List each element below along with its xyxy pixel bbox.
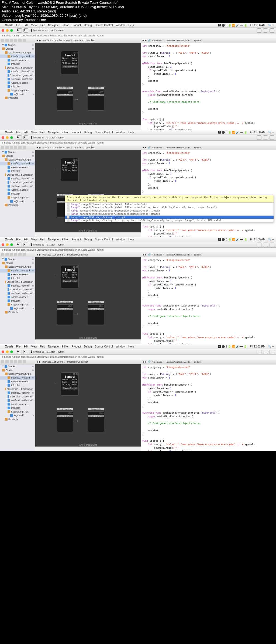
nav-item[interactable]: Notificati…roller.swift (0, 77, 35, 81)
watch-preview-main[interactable]: ● 10:09SymbolName:LabelLast:Label% Chng:… (61, 265, 79, 288)
breadcrumb[interactable]: Interface…er Scene 〉 Interface Controlle… (42, 253, 88, 257)
nav-item[interactable]: YQL.swiftA (0, 414, 35, 417)
window-titlebar[interactable]: ▶■📱 iPhone 6s Plu…atch - 42mm (0, 242, 276, 248)
code-editor[interactable]: let changeKey = "ChangeinPercent" let sy… (141, 43, 276, 130)
menubar[interactable]: XcodeFileEditViewFindNavigateEditorProdu… (0, 23, 276, 28)
zoom-button[interactable] (10, 350, 13, 353)
scheme-selector[interactable]: 📱 iPhone 6s Plu…atch - 42mm (30, 29, 64, 32)
nav-item[interactable]: Notificati…roller.swift (0, 398, 35, 402)
editor-breadcrumb[interactable]: ◀ ▶ 🔗 Automatic 〉 InterfaceController.sw… (141, 252, 276, 257)
project-navigator[interactable]: StocksMStocksMStocks WatchKit AppInterfa… (0, 38, 35, 130)
menu-item[interactable]: View (31, 24, 37, 27)
menu-item[interactable]: Source Control (95, 345, 113, 348)
nav-item[interactable]: Interfac…ller.swiftM (0, 284, 35, 288)
run-button[interactable]: ▶ (17, 350, 22, 354)
menu-item[interactable]: Help (128, 131, 134, 134)
menu-item[interactable]: Navigate (48, 131, 58, 134)
nav-item[interactable]: Extension…gate.swift (0, 180, 35, 184)
change-symbol-button[interactable]: Change Symbol (62, 280, 78, 282)
nav-item[interactable]: YQL.swiftA (0, 92, 35, 96)
menu-item[interactable]: Source Control (95, 131, 113, 134)
menu-item[interactable]: Product (72, 131, 81, 134)
code-editor[interactable]: let changeKey = "ChangeinPercent" let sy… (141, 257, 276, 344)
autocomplete-popup[interactable]: Finds and returns the range of the first… (65, 195, 274, 222)
project-navigator[interactable]: StocksMStocksMStocks WatchKit AppInterfa… (0, 145, 35, 237)
interface-builder[interactable]: ◀ ▶Interface…er Scene 〉 Interface Contro… (35, 359, 141, 451)
nav-root[interactable]: StocksM (0, 257, 35, 261)
interface-builder[interactable]: ◀ ▶Interface Controller Scene 〉 Interfac… (35, 38, 141, 130)
project-navigator[interactable]: StocksMStocksMStocks WatchKit AppInterfa… (0, 252, 35, 344)
breadcrumb[interactable]: Interface Controller Scene 〉 Interface C… (42, 39, 95, 42)
nav-item[interactable]: Assets.xcassets (0, 402, 35, 406)
watch-preview-main[interactable]: ● 10:09SymbolName:LabelLast:Label% Chng:… (61, 51, 79, 74)
app-menu[interactable]: Xcode (5, 345, 13, 348)
interface-builder[interactable]: ◀ ▶Interface…er Scene 〉 Interface Contro… (35, 252, 141, 344)
menu-item[interactable]: Find (40, 238, 45, 241)
stop-button[interactable]: ■ (23, 243, 28, 247)
menu-item[interactable]: Navigate (48, 238, 58, 241)
scheme-selector[interactable]: 📱 iPhone 6s Plu…atch - 42mm (30, 136, 64, 139)
menu-item[interactable]: Source Control (95, 24, 113, 27)
menu-item[interactable]: View (31, 131, 37, 134)
run-button[interactable]: ▶ (17, 243, 22, 247)
autocomplete-option[interactable]: ⬜ Range? rangeOfString(aString: String) (65, 216, 274, 219)
nav-item[interactable]: Assets.xcassets (0, 272, 35, 276)
scheme-selector[interactable]: 📱 iPhone 6s Plu…atch - 42mm (30, 243, 64, 246)
close-button[interactable] (2, 243, 4, 246)
nav-item[interactable]: Supporting Files (0, 88, 35, 92)
menu-item[interactable]: Navigate (48, 24, 58, 27)
menu-item[interactable]: File (16, 131, 20, 134)
menu-item[interactable]: Edit (23, 345, 28, 348)
nav-item[interactable]: Assets.xcassets (0, 380, 35, 383)
nav-item[interactable]: Assets.xcassets (0, 188, 35, 192)
nav-item[interactable]: Stocks WatchKit App (0, 51, 35, 54)
menubar[interactable]: XcodeFileEditViewFindNavigateEditorProdu… (0, 130, 276, 135)
nav-item[interactable]: StocksM (0, 261, 35, 265)
zoom-button[interactable] (10, 29, 13, 32)
autocomplete-option[interactable]: ⬜ Range? rangeOfCharacterFromSet(aSet: N… (65, 206, 274, 209)
menu-item[interactable]: Edit (23, 24, 28, 27)
nav-item[interactable]: Interfac…ryboardM (0, 162, 35, 165)
breadcrumb[interactable]: Interface…er Scene 〉 Interface Controlle… (42, 360, 88, 364)
watch-preview-static[interactable]: Static Interface10:09STOCKS WA…Alert Lab… (57, 90, 73, 111)
close-button[interactable] (2, 350, 4, 353)
menu-item[interactable]: File (16, 24, 20, 27)
nav-item[interactable]: Info.plist (0, 169, 35, 173)
nav-root[interactable]: StocksM (0, 43, 35, 47)
menu-item[interactable]: Editor (62, 131, 69, 134)
app-menu[interactable]: Xcode (5, 131, 13, 134)
zoom-button[interactable] (10, 136, 13, 139)
watch-preview-static[interactable]: Static Interface10:09STOCKS WA…Alert Lab… (57, 411, 73, 432)
watch-preview-main[interactable]: ● 10:09SymbolName:LabelLast:Label% Chng:… (61, 372, 79, 396)
nav-item[interactable]: Interfac…ryboardM (0, 269, 35, 272)
nav-item[interactable]: Stocks WatchKit App (0, 372, 35, 376)
menu-item[interactable]: Navigate (48, 345, 58, 348)
autocomplete-option[interactable]: ⬜ Range? rangeOfString(aString: String, … (65, 219, 274, 222)
menu-item[interactable]: Editor (62, 238, 69, 241)
autocomplete-option[interactable]: ⬜ Range rangeOfComposedCharacterSequence… (65, 212, 274, 216)
nav-item[interactable]: Info.plist (0, 62, 35, 66)
editor-breadcrumb[interactable]: ◀ ▶ 🔗 Automatic 〉 InterfaceController.sw… (141, 359, 276, 364)
code-editor[interactable]: let changeKey = "ChangeinPercent" let sy… (141, 150, 276, 237)
menu-item[interactable]: Find (40, 24, 45, 27)
nav-item[interactable]: Notificati…roller.swift (0, 291, 35, 295)
nav-item[interactable]: Supporting Files (0, 196, 35, 199)
nav-item[interactable]: Notificati…roller.swift (0, 184, 35, 188)
nav-item[interactable]: Info.plist (0, 299, 35, 303)
minimize-button[interactable] (6, 350, 9, 353)
nav-item[interactable]: Supporting Files (0, 410, 35, 414)
watch-preview-dynamic[interactable]: Dynamic In10:09STOCKS WA…Alert Label (88, 411, 104, 432)
nav-root[interactable]: StocksM (0, 364, 35, 368)
menu-item[interactable]: Window (116, 345, 126, 348)
change-symbol-button[interactable]: Change Symbol (62, 387, 78, 390)
interface-builder[interactable]: ◀ ▶Interface Controller Scene 〉 Interfac… (35, 145, 141, 237)
stop-button[interactable]: ■ (23, 28, 28, 33)
breadcrumb[interactable]: Interface Controller Scene 〉 Interface C… (42, 146, 95, 149)
menu-item[interactable]: Help (128, 238, 134, 241)
app-menu[interactable]: Xcode (5, 24, 13, 27)
close-button[interactable] (2, 29, 4, 32)
nav-item[interactable]: Interfac…ller.swiftM (0, 391, 35, 395)
nav-item[interactable]: Stocks Wa…it Extension (0, 387, 35, 391)
menu-item[interactable]: Editor (62, 345, 69, 348)
autocomplete-option[interactable]: ⬜ Range rangeOfComposedCharacterSequence… (65, 209, 274, 212)
